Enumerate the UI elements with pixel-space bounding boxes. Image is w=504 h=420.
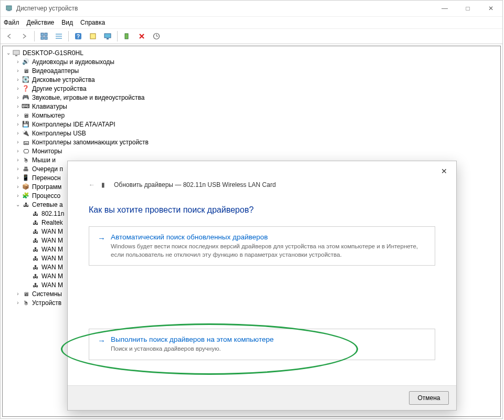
expand-icon[interactable]: › [14,68,22,74]
dialog-close-button[interactable]: ✕ [436,163,452,179]
disk-icon: 💽 [22,76,30,84]
display-adapter-icon: 🖥 [22,67,30,75]
computer-icon [12,49,20,57]
tree-item[interactable]: ›❓Другие устройства [5,84,500,93]
mouse-icon: 🖱 [22,156,30,164]
audio-icon: 🔊 [22,58,30,66]
expand-icon[interactable]: › [14,184,22,190]
tree-item[interactable]: ›🖴Контроллеры запоминающих устройств [5,138,500,146]
toolbar-help-icon[interactable]: ? [72,30,85,43]
tree-item[interactable]: ›🔌Контроллеры USB [5,129,500,138]
collapse-icon[interactable]: ⌄ [5,50,12,56]
expand-icon[interactable]: › [14,86,22,91]
expand-icon[interactable]: › [14,121,22,127]
device-icon: ▮ [101,181,109,188]
dialog-question: Как вы хотите провести поиск драйверов? [89,205,435,215]
tree-item[interactable]: ›⌨Клавиатуры [5,102,500,111]
menu-file[interactable]: Файл [4,19,19,26]
toolbar-divider [117,31,118,41]
nic-icon: 🖧 [31,227,39,236]
nic-icon: 🖧 [31,272,39,280]
network-adapter-icon: 🖧 [22,201,30,209]
expand-icon[interactable]: › [14,157,22,163]
menubar: Файл Действие Вид Справка [1,17,502,29]
expand-icon[interactable]: › [14,94,22,100]
back-button[interactable] [4,30,16,43]
toolbar: ? [1,29,502,44]
app-icon [5,4,13,13]
expand-icon[interactable]: › [14,300,22,306]
option-auto-search[interactable]: → Автоматический поиск обновленных драйв… [89,226,435,266]
option-browse-computer[interactable]: → Выполнить поиск драйверов на этом комп… [89,329,435,360]
close-button[interactable]: ✕ [479,1,502,16]
expand-icon[interactable]: › [14,175,22,181]
tree-root[interactable]: ⌄ DESKTOP-G1SR0HL [5,48,500,57]
printer-icon: 🖶 [22,165,30,173]
toolbar-update-icon[interactable] [150,30,163,43]
titlebar: Диспетчер устройств — □ ✕ [1,1,502,17]
collapse-icon[interactable]: ⌄ [14,202,22,207]
menu-help[interactable]: Справка [80,19,105,26]
computer-icon: 🖥 [22,111,30,120]
option-browse-title: Выполнить поиск драйверов на этом компью… [111,335,274,343]
option-auto-desc: Windows будет вести поиск последних верс… [111,243,426,259]
expand-icon[interactable]: › [14,139,22,145]
storage-controller-icon: 🖴 [22,138,30,146]
nic-icon: 🖧 [31,209,39,218]
tree-item[interactable]: ›💾Контроллеры IDE ATA/ATAPI [5,120,500,129]
menu-view[interactable]: Вид [61,19,73,26]
ide-icon: 💾 [22,120,30,129]
toolbar-divider [68,31,69,41]
other-device-icon: ❓ [22,85,30,93]
toolbar-scan-icon[interactable] [121,30,133,43]
toolbar-list-icon[interactable] [52,30,65,43]
svg-rect-12 [104,34,111,38]
option-browse-desc: Поиск и установка драйверов вручную. [111,345,274,353]
svg-rect-4 [41,37,44,39]
expand-icon[interactable]: › [14,193,22,198]
tree-item[interactable]: ›🖥Компьютер [5,111,500,120]
expand-icon[interactable]: › [14,166,22,172]
svg-rect-2 [41,33,44,36]
option-auto-title: Автоматический поиск обновленных драйвер… [111,233,426,241]
expand-icon[interactable]: › [14,291,22,297]
tree-item[interactable]: ›🔊Аудиовходы и аудиовыходы [5,57,500,66]
svg-rect-6 [56,34,62,35]
hid-icon: 🖱 [22,299,30,307]
system-device-icon: 🖥 [22,290,30,298]
toolbar-tiles-icon[interactable] [38,30,50,43]
tree-item[interactable]: ›🖵Мониторы [5,146,500,155]
svg-rect-14 [125,34,128,39]
toolbar-properties-icon[interactable] [87,30,99,43]
portable-icon: 📱 [22,174,30,182]
maximize-button[interactable]: □ [456,1,479,16]
tree-item[interactable]: ›🖥Видеоадаптеры [5,66,500,75]
expand-icon[interactable]: › [14,148,22,154]
nic-icon: 🖧 [31,281,39,289]
expand-icon[interactable]: › [14,77,22,82]
svg-rect-7 [56,36,62,37]
forward-button[interactable] [18,30,31,43]
expand-icon[interactable]: › [14,59,22,65]
tree-item[interactable]: ›💽Дисковые устройства [5,75,500,84]
menu-action[interactable]: Действие [27,19,55,26]
nic-icon: 🖧 [31,236,39,245]
toolbar-remove-icon[interactable] [135,30,148,43]
back-arrow-icon[interactable]: ← [89,181,98,188]
expand-icon[interactable]: › [14,103,22,109]
svg-rect-17 [15,55,17,56]
toolbar-monitor-icon[interactable] [101,30,114,43]
nic-icon: 🖧 [31,218,39,227]
minimize-button[interactable]: — [433,1,456,16]
usb-icon: 🔌 [22,129,30,138]
arrow-right-icon: → [98,336,106,345]
svg-rect-1 [7,10,10,11]
tree-item[interactable]: ›🎮Звуковые, игровые и видеоустройства [5,93,500,102]
toolbar-divider [34,31,35,41]
expand-icon[interactable]: › [14,130,22,136]
cancel-button[interactable]: Отмена [409,391,449,405]
svg-rect-5 [45,37,47,39]
software-icon: 📦 [22,183,30,191]
expand-icon[interactable]: › [14,112,22,118]
svg-rect-8 [56,38,62,39]
